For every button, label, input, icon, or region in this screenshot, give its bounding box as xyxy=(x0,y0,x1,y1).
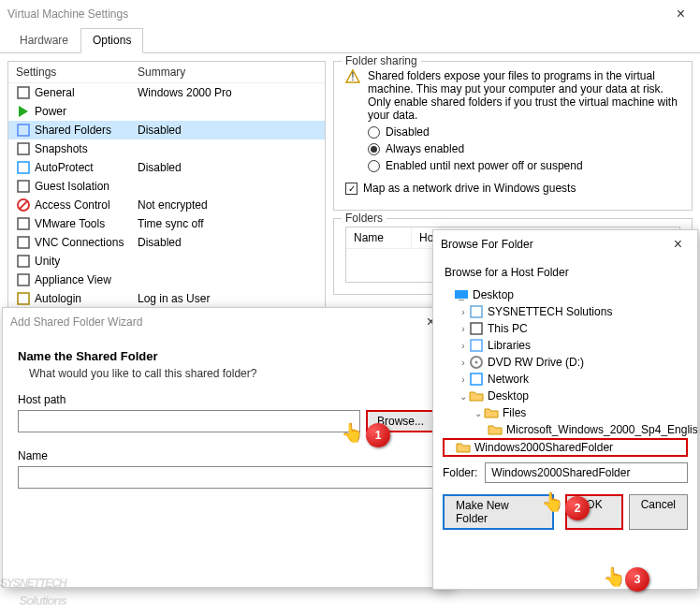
tree-item[interactable]: Windows2000SharedFolder xyxy=(443,438,688,457)
svg-rect-14 xyxy=(455,290,468,299)
setting-appliance-view[interactable]: Appliance View xyxy=(8,271,325,289)
svg-rect-10 xyxy=(18,274,29,286)
tree-item[interactable]: Desktop xyxy=(443,286,688,303)
svg-rect-18 xyxy=(471,340,482,351)
tree-item[interactable]: Microsoft_Windows_2000_Sp4_English xyxy=(443,421,688,438)
svg-rect-8 xyxy=(18,237,29,248)
svg-text:!: ! xyxy=(351,70,354,83)
wizard-sub: What would you like to call this shared … xyxy=(29,367,435,380)
expand-icon[interactable]: › xyxy=(458,307,469,317)
cancel-button[interactable]: Cancel xyxy=(629,494,688,530)
monitor-icon xyxy=(16,85,31,100)
setting-name: General xyxy=(35,86,138,99)
check-map-drive[interactable]: Map as a network drive in Windows guests xyxy=(345,182,680,195)
col-settings: Settings xyxy=(8,62,130,82)
tree-label: Libraries xyxy=(488,339,531,352)
setting-summary: Disabled xyxy=(138,161,182,174)
window-icon xyxy=(16,272,31,287)
folder-tree[interactable]: Desktop›SYSNETTECH Solutions›This PC›Lib… xyxy=(433,286,697,457)
expand-icon[interactable]: › xyxy=(458,374,469,385)
setting-name: Guest Isolation xyxy=(35,180,138,193)
close-icon[interactable]: × xyxy=(669,6,693,22)
cursor-icon: 👆 xyxy=(341,421,364,444)
browse-sub: Browse for a Host Folder xyxy=(433,258,697,286)
svg-rect-3 xyxy=(18,162,29,173)
tree-label: Files xyxy=(503,406,526,419)
folders-title: Folders xyxy=(342,212,386,225)
radio-always[interactable]: Always enabled xyxy=(368,142,680,155)
browse-title: Browse For Folder xyxy=(441,238,666,251)
pc-icon xyxy=(469,321,484,336)
setting-summary: Disabled xyxy=(138,124,182,137)
tree-item[interactable]: ›DVD RW Drive (D:) xyxy=(443,354,688,371)
expand-icon[interactable]: › xyxy=(458,341,469,351)
tools-icon xyxy=(16,216,31,231)
setting-guest-isolation[interactable]: Guest Isolation xyxy=(8,177,325,196)
setting-autoprotect[interactable]: AutoProtectDisabled xyxy=(8,158,325,177)
tree-label: Windows2000SharedFolder xyxy=(474,441,613,454)
close-icon[interactable]: × xyxy=(666,236,690,253)
tree-item[interactable]: ⌄Desktop xyxy=(443,388,688,404)
name-input[interactable] xyxy=(18,466,435,489)
tree-item[interactable]: ›This PC xyxy=(443,320,688,337)
disc-icon xyxy=(469,355,484,370)
wizard-title: Add Shared Folder Wizard xyxy=(10,315,419,329)
folders-col-name: Name xyxy=(346,227,412,248)
setting-general[interactable]: GeneralWindows 2000 Pro xyxy=(8,83,325,102)
warning-icon: ! xyxy=(345,69,360,87)
settings-list: Settings Summary GeneralWindows 2000 Pro… xyxy=(7,61,326,328)
setting-name: VMware Tools xyxy=(35,217,138,230)
svg-rect-11 xyxy=(18,293,29,304)
window-title: Virtual Machine Settings xyxy=(7,7,669,21)
loop-icon xyxy=(16,160,31,175)
expand-icon[interactable]: ⌄ xyxy=(473,408,484,418)
noentry-icon xyxy=(16,198,31,212)
tree-label: Desktop xyxy=(473,288,514,301)
setting-vnc-connections[interactable]: VNC ConnectionsDisabled xyxy=(8,233,325,252)
tab-options[interactable]: Options xyxy=(80,28,143,53)
wizard-heading: Name the Shared Folder xyxy=(18,349,435,363)
folder-icon xyxy=(469,388,484,403)
expand-icon[interactable]: ⌄ xyxy=(458,391,469,402)
expand-icon[interactable]: › xyxy=(458,358,469,368)
folder-input[interactable] xyxy=(485,462,688,483)
tree-item[interactable]: ⌄Files xyxy=(443,404,688,421)
tree-label: Desktop xyxy=(488,389,529,403)
key-icon xyxy=(16,291,31,306)
setting-autologin[interactable]: AutologinLog in as User xyxy=(8,289,325,308)
setting-unity[interactable]: Unity xyxy=(8,252,325,271)
badge-3: 3 xyxy=(625,567,649,592)
folder-icon xyxy=(456,440,471,455)
tree-item[interactable]: ›SYSNETTECH Solutions xyxy=(443,303,688,320)
host-path-input[interactable] xyxy=(18,410,360,432)
tree-item[interactable]: ›Network xyxy=(443,371,688,388)
setting-snapshots[interactable]: Snapshots xyxy=(8,139,325,158)
setting-access-control[interactable]: Access ControlNot encrypted xyxy=(8,196,325,214)
setting-name: Snapshots xyxy=(35,142,138,155)
radio-until[interactable]: Enabled until next power off or suspend xyxy=(368,159,680,172)
warning-text: Shared folders expose your files to prog… xyxy=(368,69,680,122)
setting-name: Shared Folders xyxy=(35,124,138,137)
setting-name: VNC Connections xyxy=(35,236,138,249)
badge-1: 1 xyxy=(366,423,390,447)
tree-label: SYSNETTECH Solutions xyxy=(488,305,612,318)
svg-rect-17 xyxy=(471,323,482,334)
tree-item[interactable]: ›Libraries xyxy=(443,337,688,354)
make-new-folder-button[interactable]: Make New Folder xyxy=(443,494,554,530)
setting-shared-folders[interactable]: Shared FoldersDisabled xyxy=(8,121,325,139)
svg-rect-4 xyxy=(18,181,29,192)
svg-point-20 xyxy=(475,361,478,364)
svg-rect-0 xyxy=(18,87,29,98)
radio-disabled[interactable]: Disabled xyxy=(368,125,680,139)
badge-2: 2 xyxy=(565,496,590,520)
setting-power[interactable]: Power xyxy=(8,102,325,121)
tree-label: Microsoft_Windows_2000_Sp4_English xyxy=(506,423,697,436)
tree-label: Network xyxy=(488,373,529,386)
setting-name: Unity xyxy=(35,255,138,268)
setting-name: AutoProtect xyxy=(35,161,138,174)
setting-vmware-tools[interactable]: VMware ToolsTime sync off xyxy=(8,214,325,233)
grid-icon xyxy=(16,235,31,250)
expand-icon[interactable]: › xyxy=(458,324,469,334)
tab-hardware[interactable]: Hardware xyxy=(7,28,80,52)
lock-icon xyxy=(16,179,31,194)
